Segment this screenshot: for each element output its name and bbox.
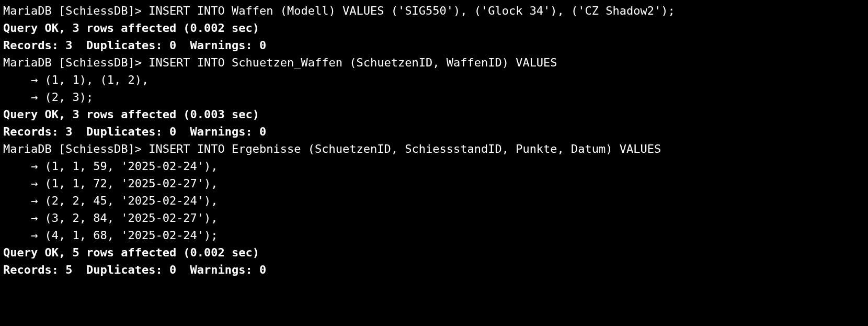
command-line: → (3, 2, 84, '2025-02-27'),: [3, 209, 865, 227]
command-line: → (2, 2, 45, '2025-02-24'),: [3, 192, 865, 209]
command-line: → (1, 1), (1, 2),: [3, 71, 865, 88]
result-line: Records: 5 Duplicates: 0 Warnings: 0: [3, 261, 865, 278]
result-line: Records: 3 Duplicates: 0 Warnings: 0: [3, 37, 865, 54]
command-line: → (4, 1, 68, '2025-02-24');: [3, 227, 865, 244]
command-line: → (1, 1, 59, '2025-02-24'),: [3, 158, 865, 175]
command-line: MariaDB [SchiessDB]> INSERT INTO Ergebni…: [3, 140, 865, 158]
command-line: → (2, 3);: [3, 88, 865, 106]
command-line: MariaDB [SchiessDB]> INSERT INTO Waffen …: [3, 2, 865, 19]
command-line: MariaDB [SchiessDB]> INSERT INTO Schuetz…: [3, 54, 865, 71]
terminal-output[interactable]: MariaDB [SchiessDB]> INSERT INTO Waffen …: [0, 0, 868, 280]
result-line: Query OK, 3 rows affected (0.003 sec): [3, 106, 865, 123]
result-line: Query OK, 3 rows affected (0.002 sec): [3, 19, 865, 37]
result-line: Query OK, 5 rows affected (0.002 sec): [3, 244, 865, 261]
result-line: Records: 3 Duplicates: 0 Warnings: 0: [3, 123, 865, 140]
command-line: → (1, 1, 72, '2025-02-27'),: [3, 175, 865, 192]
